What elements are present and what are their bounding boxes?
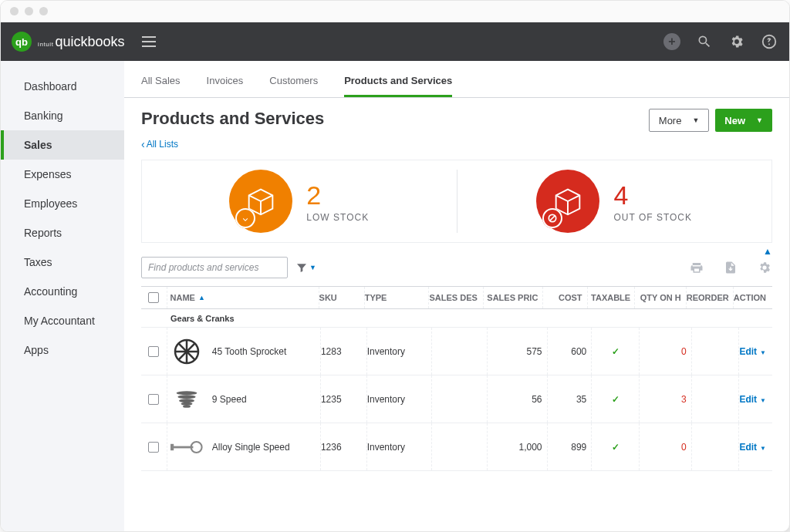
- caret-down-icon: ▼: [756, 116, 763, 124]
- brand-text: intuit quickbooks: [38, 34, 125, 50]
- svg-point-9: [179, 399, 194, 402]
- col-sales-price[interactable]: SALES PRIC: [484, 287, 543, 308]
- svg-line-1: [550, 216, 555, 221]
- edit-link[interactable]: Edit▼: [739, 394, 766, 405]
- cell-type: Inventory: [367, 328, 433, 375]
- svg-point-11: [183, 405, 191, 407]
- cell-cost: 600: [548, 328, 592, 375]
- svg-rect-12: [171, 446, 193, 448]
- table-row: Alloy Single Speed 1236 Inventory 1,000 …: [141, 423, 772, 471]
- caret-down-icon: ▼: [309, 264, 316, 271]
- sidebar-item-employees[interactable]: Employees: [1, 189, 124, 218]
- stock-summary: 2 LOW STOCK 4 OUT OF S: [141, 160, 772, 243]
- col-sales-desc[interactable]: SALES DES: [429, 287, 484, 308]
- product-name: 45 Tooth Sprocket: [212, 346, 287, 357]
- row-checkbox[interactable]: [148, 442, 159, 453]
- svg-point-7: [177, 391, 198, 395]
- gear-icon[interactable]: [728, 32, 746, 51]
- row-checkbox[interactable]: [148, 346, 159, 357]
- low-stock-count: 2: [306, 180, 369, 210]
- traffic-light-min[interactable]: [25, 7, 33, 15]
- cell-tax: ✓: [592, 375, 640, 423]
- sidebar-item-accounting[interactable]: Accounting: [1, 277, 124, 306]
- cell-qty: 3: [640, 375, 692, 423]
- export-icon[interactable]: [723, 260, 738, 275]
- tab-all-sales[interactable]: All Sales: [141, 75, 181, 97]
- col-taxable[interactable]: TAXABLE: [588, 287, 635, 308]
- table-settings-icon[interactable]: [757, 260, 772, 275]
- edit-link[interactable]: Edit▼: [739, 442, 766, 453]
- col-reorder[interactable]: REORDER: [687, 287, 734, 308]
- brand-sup: intuit: [38, 41, 54, 48]
- sidebar-item-expenses[interactable]: Expenses: [1, 160, 124, 189]
- col-cost[interactable]: COST: [543, 287, 587, 308]
- low-stock-label: LOW STOCK: [306, 212, 369, 223]
- app-topbar: qb intuit quickbooks +: [1, 22, 789, 61]
- cell-price: 56: [488, 375, 548, 423]
- new-button[interactable]: New▼: [715, 109, 772, 132]
- hamburger-icon[interactable]: [142, 36, 156, 47]
- caret-down-icon: ▼: [760, 445, 766, 452]
- all-lists-label: All Lists: [147, 139, 178, 150]
- cell-price: 575: [488, 328, 548, 375]
- brand-logo[interactable]: qb: [12, 32, 32, 52]
- cell-price: 1,000: [488, 423, 548, 470]
- col-name[interactable]: NAME▲: [167, 287, 319, 308]
- out-of-stock-badge: [536, 170, 599, 233]
- sidebar: Dashboard Banking Sales Expenses Employe…: [1, 61, 124, 531]
- more-button-label: More: [659, 115, 682, 126]
- more-button[interactable]: More▼: [649, 109, 710, 132]
- edit-link[interactable]: Edit▼: [739, 346, 766, 357]
- arrow-down-icon: [235, 208, 255, 228]
- low-stock-card[interactable]: 2 LOW STOCK: [142, 170, 457, 233]
- group-row: Gears & Cranks: [141, 309, 772, 328]
- col-qty[interactable]: QTY ON H: [635, 287, 687, 308]
- chevron-left-icon: ‹: [141, 138, 145, 150]
- sidebar-item-banking[interactable]: Banking: [1, 101, 124, 130]
- col-type[interactable]: TYPE: [365, 287, 430, 308]
- product-name: Alloy Single Speed: [212, 442, 290, 453]
- cell-sku: 1236: [321, 423, 367, 470]
- row-checkbox[interactable]: [148, 394, 159, 405]
- cell-type: Inventory: [367, 423, 433, 470]
- col-sku[interactable]: SKU: [319, 287, 365, 308]
- product-thumb: [170, 431, 203, 463]
- col-action: ACTION: [734, 287, 772, 308]
- low-stock-badge: [229, 170, 292, 233]
- sidebar-item-my-accountant[interactable]: My Accountant: [1, 306, 124, 335]
- search-icon[interactable]: [695, 32, 714, 51]
- collapse-summary-icon[interactable]: ▲: [763, 246, 772, 257]
- sidebar-item-apps[interactable]: Apps: [1, 335, 124, 365]
- quick-create-button[interactable]: +: [663, 32, 681, 51]
- page-title: Products and Services: [141, 109, 324, 129]
- no-entry-icon: [542, 208, 562, 228]
- print-icon[interactable]: [689, 260, 704, 275]
- sidebar-item-sales[interactable]: Sales: [1, 130, 124, 160]
- product-thumb: [170, 383, 203, 416]
- traffic-light-close[interactable]: [10, 7, 19, 15]
- sort-asc-icon: ▲: [198, 294, 205, 301]
- traffic-light-max[interactable]: [39, 7, 48, 15]
- sidebar-item-taxes[interactable]: Taxes: [1, 247, 124, 277]
- all-lists-link[interactable]: ‹ All Lists: [141, 138, 789, 150]
- select-all-checkbox[interactable]: [148, 292, 159, 303]
- filter-button[interactable]: ▼: [295, 261, 316, 274]
- window-titlebar: [1, 1, 789, 22]
- out-of-stock-card[interactable]: 4 OUT OF STOCK: [457, 170, 772, 233]
- sidebar-item-reports[interactable]: Reports: [1, 218, 124, 247]
- table-row: 45 Tooth Sprocket 1283 Inventory 575 600…: [141, 328, 772, 375]
- caret-down-icon: ▼: [760, 349, 766, 356]
- svg-point-8: [177, 395, 195, 399]
- tab-products-services[interactable]: Products and Services: [344, 75, 452, 97]
- caret-down-icon: ▼: [692, 116, 699, 124]
- cell-tax: ✓: [592, 328, 640, 375]
- tab-customers[interactable]: Customers: [269, 75, 318, 97]
- cell-cost: 35: [548, 375, 592, 423]
- search-input[interactable]: [141, 257, 288, 278]
- cell-sku: 1283: [321, 328, 367, 375]
- products-table: NAME▲ SKU TYPE SALES DES SALES PRIC COST…: [141, 286, 772, 471]
- sidebar-item-dashboard[interactable]: Dashboard: [1, 72, 124, 101]
- tab-invoices[interactable]: Invoices: [207, 75, 244, 97]
- help-icon[interactable]: [760, 32, 778, 51]
- product-thumb: [170, 335, 203, 368]
